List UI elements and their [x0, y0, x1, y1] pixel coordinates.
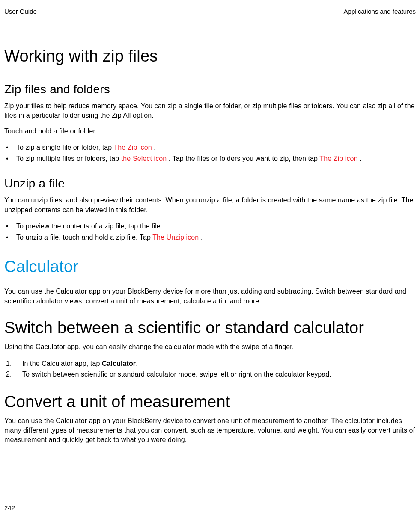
page-title: Working with zip files — [4, 47, 416, 65]
unzip-icon-ref: The Unzip icon — [152, 234, 201, 241]
zip-li2-text-e: . — [360, 155, 362, 162]
zip-icon-ref: The Zip icon — [113, 144, 154, 151]
select-icon-ref: the Select icon — [121, 155, 169, 162]
section-zip-heading: Zip files and folders — [4, 83, 416, 96]
section-convert-heading: Convert a unit of measurement — [4, 393, 416, 411]
unzip-list-item-2: To unzip a file, touch and hold a zip fi… — [4, 232, 416, 243]
page-number: 242 — [4, 504, 15, 511]
zip-li1-text-c: . — [154, 144, 156, 151]
unzip-paragraph-1: You can unzip files, and also preview th… — [4, 196, 416, 215]
zip-li2-text-a: To zip multiple files or folders, tap — [16, 155, 121, 162]
zip-list-item-2: To zip multiple files or folders, tap th… — [4, 153, 416, 164]
switch-li1-text-a: In the Calculator app, tap — [22, 360, 102, 367]
calculator-paragraph-1: You can use the Calculator app on your B… — [4, 287, 416, 306]
zip-paragraph-1: Zip your files to help reduce memory spa… — [4, 101, 416, 121]
switch-numbered-list: In the Calculator app, tap Calculator. T… — [4, 358, 416, 380]
switch-paragraph-1: Using the Caculator app, you can easily … — [4, 342, 416, 352]
zip-li1-text-a: To zip a single file or folder, tap — [16, 144, 113, 151]
section-switch-heading: Switch between a scientific or standard … — [4, 319, 416, 337]
zip-bullet-list: To zip a single file or folder, tap The … — [4, 142, 416, 164]
convert-paragraph-1: You can use the Calculator app on your B… — [4, 416, 416, 445]
unzip-li2-text-c: . — [201, 234, 203, 241]
unzip-li2-text-a: To unzip a file, touch and hold a zip fi… — [16, 234, 152, 241]
section-unzip-heading: Unzip a file — [4, 177, 416, 190]
chapter-calculator-heading: Calculator — [4, 258, 416, 276]
switch-list-item-1: In the Calculator app, tap Calculator. — [4, 358, 416, 369]
switch-li1-bold: Calculator — [102, 360, 136, 367]
unzip-list-item-1: To preview the contents of a zip file, t… — [4, 221, 416, 232]
switch-list-item-2: To switch between scientific or standard… — [4, 369, 416, 380]
zip-list-item-1: To zip a single file or folder, tap The … — [4, 142, 416, 153]
zip-li2-text-c: . Tap the files or folders you want to z… — [169, 155, 319, 162]
unzip-bullet-list: To preview the contents of a zip file, t… — [4, 221, 416, 243]
header-right: Applications and features — [344, 8, 416, 15]
switch-li1-text-c: . — [136, 360, 138, 367]
page-header: User Guide Applications and features — [4, 8, 416, 15]
zip-icon-ref-2: The Zip icon — [319, 155, 360, 162]
header-left: User Guide — [4, 8, 37, 15]
zip-paragraph-2: Touch and hold a file or folder. — [4, 127, 416, 136]
